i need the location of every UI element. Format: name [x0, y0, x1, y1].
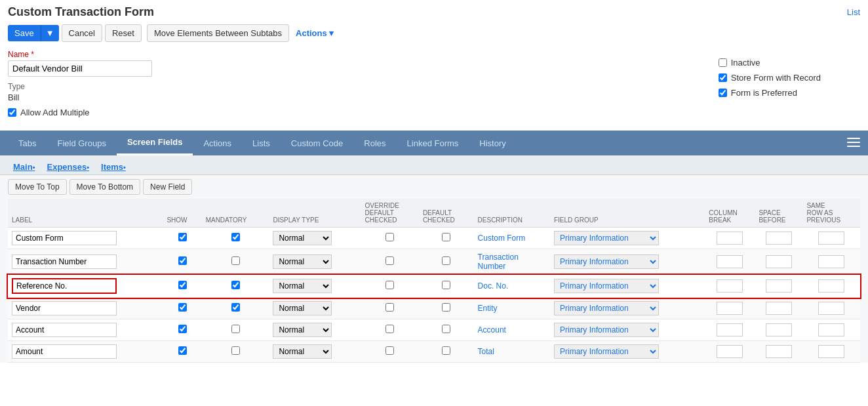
default-checked-checkbox[interactable]	[442, 325, 450, 333]
default-checked-checkbox[interactable]	[442, 346, 450, 355]
field-group-select[interactable]: Primary Information	[554, 323, 659, 337]
move-elements-button[interactable]: Move Elements Between Subtabs	[147, 24, 289, 42]
column-break-input[interactable]	[717, 232, 743, 245]
store-form-label[interactable]: Store Form with Record	[731, 73, 821, 83]
display-type-select[interactable]: Normal	[273, 301, 332, 315]
new-field-button[interactable]: New Field	[143, 179, 192, 195]
inactive-label[interactable]: Inactive	[731, 58, 760, 68]
inactive-row: Inactive	[719, 58, 821, 68]
mandatory-checkbox[interactable]	[231, 303, 240, 312]
column-break-input[interactable]	[717, 345, 743, 358]
mandatory-checkbox[interactable]	[231, 256, 240, 265]
subtab-items[interactable]: Items•	[96, 159, 131, 174]
cell-same-row-as-previous	[802, 341, 860, 363]
default-checked-checkbox[interactable]	[442, 281, 450, 289]
show-checkbox[interactable]	[178, 256, 187, 265]
label-input[interactable]	[12, 301, 117, 315]
space-before-input[interactable]	[766, 302, 792, 315]
same-row-as-previous-input[interactable]	[818, 302, 844, 315]
show-checkbox[interactable]	[178, 233, 187, 241]
display-type-select[interactable]: Normal	[273, 254, 332, 269]
allow-add-multiple-checkbox[interactable]	[8, 108, 16, 117]
tab-actions[interactable]: Actions	[193, 132, 242, 155]
actions-button[interactable]: Actions ▾	[296, 28, 334, 38]
same-row-as-previous-input[interactable]	[818, 279, 844, 293]
cell-show	[163, 228, 201, 249]
subtab-main[interactable]: Main•	[8, 159, 40, 174]
override-default-checked-checkbox[interactable]	[385, 303, 394, 312]
cell-label	[8, 228, 163, 249]
cancel-button[interactable]: Cancel	[62, 24, 102, 42]
save-button[interactable]: Save	[8, 25, 41, 41]
override-default-checked-checkbox[interactable]	[385, 233, 394, 241]
same-row-as-previous-input[interactable]	[818, 255, 844, 268]
tab-history[interactable]: History	[469, 132, 516, 155]
label-input[interactable]	[12, 231, 117, 245]
tab-lists[interactable]: Lists	[242, 132, 281, 155]
mandatory-checkbox[interactable]	[231, 325, 240, 333]
show-checkbox[interactable]	[178, 325, 187, 333]
override-default-checked-checkbox[interactable]	[385, 325, 394, 333]
same-row-as-previous-input[interactable]	[818, 345, 844, 358]
field-group-select[interactable]: Primary Information	[554, 344, 659, 359]
move-to-bottom-button[interactable]: Move To Bottom	[69, 179, 140, 195]
column-break-input[interactable]	[717, 255, 743, 268]
mandatory-checkbox[interactable]	[231, 233, 240, 241]
show-checkbox[interactable]	[178, 346, 187, 355]
label-input[interactable]	[12, 344, 117, 359]
tab-custom-code[interactable]: Custom Code	[281, 132, 353, 155]
subtab-expenses[interactable]: Expenses•	[41, 159, 94, 174]
label-input[interactable]	[12, 278, 117, 294]
same-row-as-previous-input[interactable]	[818, 232, 844, 245]
move-to-top-button[interactable]: Move To Top	[8, 179, 67, 195]
cell-column-break	[705, 249, 755, 275]
space-before-input[interactable]	[766, 255, 792, 268]
form-preferred-checkbox[interactable]	[719, 89, 727, 97]
same-row-as-previous-input[interactable]	[818, 323, 844, 336]
tab-linked-forms[interactable]: Linked Forms	[397, 132, 469, 155]
mandatory-checkbox[interactable]	[231, 346, 240, 355]
tab-tabs[interactable]: Tabs	[8, 132, 47, 155]
allow-add-multiple-label[interactable]: Allow Add Multiple	[20, 108, 90, 117]
tab-field-groups[interactable]: Field Groups	[47, 132, 116, 155]
display-type-select[interactable]: Normal	[273, 323, 332, 337]
field-group-select[interactable]: Primary Information	[554, 254, 659, 269]
field-group-select[interactable]: Primary Information	[554, 231, 659, 245]
default-checked-checkbox[interactable]	[442, 256, 450, 265]
th-display-type: DISPLAY TYPE	[269, 199, 361, 228]
space-before-input[interactable]	[766, 323, 792, 336]
display-type-select[interactable]: Normal	[273, 231, 332, 245]
reset-button[interactable]: Reset	[105, 24, 142, 42]
store-form-checkbox[interactable]	[719, 73, 727, 82]
label-input[interactable]	[12, 323, 117, 337]
override-default-checked-checkbox[interactable]	[385, 281, 394, 289]
display-type-select[interactable]: Normal	[273, 279, 332, 293]
inactive-checkbox[interactable]	[719, 58, 727, 67]
show-checkbox[interactable]	[178, 281, 187, 289]
cell-default-checked	[419, 249, 474, 275]
space-before-input[interactable]	[766, 232, 792, 245]
column-break-input[interactable]	[717, 279, 743, 293]
field-group-select[interactable]: Primary Information	[554, 279, 659, 293]
default-checked-checkbox[interactable]	[442, 303, 450, 312]
label-input[interactable]	[12, 254, 117, 269]
display-type-select[interactable]: Normal	[273, 344, 332, 359]
space-before-input[interactable]	[766, 279, 792, 293]
name-input[interactable]	[8, 60, 152, 77]
column-break-input[interactable]	[717, 302, 743, 315]
tab-screen-fields[interactable]: Screen Fields	[117, 131, 193, 155]
space-before-input[interactable]	[766, 345, 792, 358]
cell-description: Total	[474, 341, 550, 363]
column-break-input[interactable]	[717, 323, 743, 336]
tab-roles[interactable]: Roles	[353, 132, 396, 155]
default-checked-checkbox[interactable]	[442, 233, 450, 241]
save-dropdown-button[interactable]: ▼	[41, 25, 59, 41]
override-default-checked-checkbox[interactable]	[385, 346, 394, 355]
override-default-checked-checkbox[interactable]	[385, 256, 394, 265]
form-preferred-label[interactable]: Form is Preferred	[731, 88, 797, 98]
list-link[interactable]: List	[847, 7, 860, 17]
field-group-select[interactable]: Primary Information	[554, 301, 659, 315]
cell-label	[8, 275, 163, 298]
mandatory-checkbox[interactable]	[231, 281, 240, 289]
show-checkbox[interactable]	[178, 303, 187, 312]
